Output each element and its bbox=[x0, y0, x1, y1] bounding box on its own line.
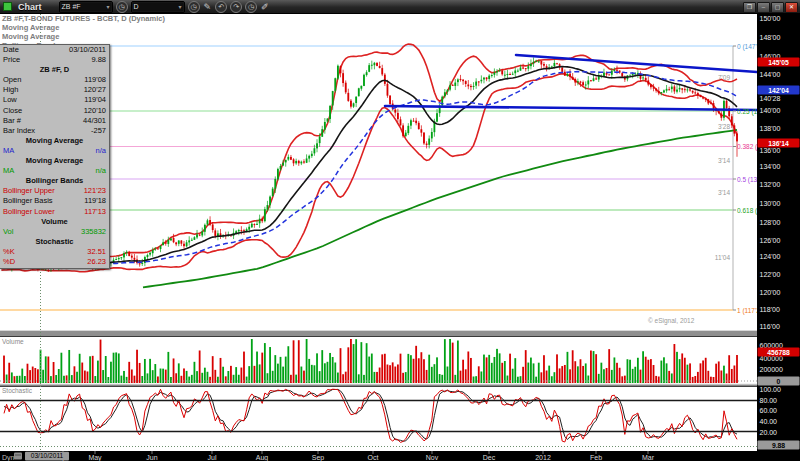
svg-text:136'14: 136'14 bbox=[768, 140, 789, 147]
axis-tick-label: 134'00 bbox=[760, 163, 781, 170]
trendline[interactable] bbox=[516, 55, 757, 72]
panel-section-header: ZB #F, D bbox=[0, 65, 109, 75]
maximize-button[interactable]: ▢ bbox=[771, 2, 784, 13]
redo-icon[interactable]: ↷ bbox=[230, 1, 242, 13]
panel-row: MAn/a bbox=[0, 146, 109, 156]
month-label: Nov bbox=[426, 454, 439, 461]
stochastic-d-line bbox=[4, 389, 737, 441]
panel-row: MAn/a bbox=[0, 166, 109, 176]
period-clock-icon[interactable]: ◷ bbox=[188, 1, 200, 13]
svg-text:03/10/2011: 03/10/2011 bbox=[31, 452, 64, 459]
stochastic-k-line bbox=[4, 389, 737, 442]
panel-section-header: Volume bbox=[0, 217, 109, 227]
axis-tick-label: 126'00 bbox=[760, 237, 781, 244]
symbol-clock-icon[interactable]: ◷ bbox=[116, 1, 128, 13]
volume-pane[interactable] bbox=[0, 339, 757, 383]
toolbar: Chart ZB #F ▾ ◷ D ▾ ◷ ✎ ↶ ↷ ◷ ✐ ❐ – ▢ ✕ bbox=[0, 0, 800, 14]
trendline[interactable] bbox=[385, 106, 757, 110]
axis-tick-label: 40.00 bbox=[760, 418, 778, 425]
axis-tick-label: 140'28 bbox=[760, 95, 781, 102]
axis-mode-label[interactable]: Dyn bbox=[2, 454, 15, 461]
undo-icon[interactable]: ↶ bbox=[215, 1, 227, 13]
month-label: Dec bbox=[483, 454, 496, 461]
volume-pane-label: Volume bbox=[2, 338, 24, 345]
svg-text:142'04: 142'04 bbox=[768, 87, 789, 94]
panel-section-header: Stochastic bbox=[0, 237, 109, 247]
app-icon bbox=[3, 2, 12, 11]
restore-button[interactable]: ❐ bbox=[743, 2, 756, 13]
svg-text:9.88: 9.88 bbox=[772, 442, 785, 449]
fib-measure-label: 3'28 bbox=[718, 123, 730, 130]
panel-row: Open119'08 bbox=[0, 75, 109, 85]
axis-tick-label: 118'00 bbox=[760, 306, 780, 313]
close-button[interactable]: ✕ bbox=[785, 2, 798, 13]
time-axis[interactable] bbox=[0, 451, 800, 461]
copyright-watermark: © eSignal, 2012 bbox=[648, 317, 694, 324]
month-label: Mar bbox=[642, 454, 655, 461]
minimize-button[interactable]: – bbox=[757, 2, 770, 13]
calendar-icon[interactable] bbox=[14, 453, 22, 460]
axis-tick-label: 132'00 bbox=[760, 181, 781, 188]
axis-tick-label: 100.00 bbox=[760, 386, 782, 393]
panel-row: Vol335832 bbox=[0, 227, 109, 237]
axis-tick-label: 128'00 bbox=[760, 219, 781, 226]
fib-measure-label: 3'14 bbox=[718, 157, 730, 164]
symbol-combo[interactable]: ZB #F ▾ bbox=[59, 1, 113, 13]
panel-row: High120'27 bbox=[0, 85, 109, 95]
chevron-down-icon: ▾ bbox=[107, 3, 110, 10]
panel-row: Bollinger Upper121'23 bbox=[0, 186, 109, 196]
month-label: May bbox=[88, 454, 102, 461]
fib-measure-label: 3'14 bbox=[718, 189, 730, 196]
axis-tick-label: 60.00 bbox=[760, 407, 778, 414]
panel-row: Low119'04 bbox=[0, 95, 109, 105]
bollinger-lower-line bbox=[1, 74, 737, 272]
axis-tick-label: 148'00 bbox=[760, 34, 781, 41]
blue-dashed-ma-line bbox=[1, 72, 737, 268]
long-ma-line bbox=[143, 130, 737, 288]
window-title: Chart bbox=[18, 2, 42, 12]
stochastic-pane-label: Stochastic bbox=[2, 387, 32, 394]
axis-tick-label: 140'00 bbox=[760, 107, 781, 114]
stochastic-pane[interactable] bbox=[0, 389, 757, 442]
panel-section-header: Moving Average bbox=[0, 136, 109, 146]
axis-tick-label: 124'00 bbox=[760, 253, 781, 260]
clock-icon[interactable]: ◷ bbox=[245, 1, 257, 13]
main-price-pane[interactable]: 0 (147'01)0.25 (139'24)0.382 (135'28)0.5… bbox=[0, 43, 779, 315]
axis-tick-label: 120'00 bbox=[760, 289, 781, 296]
month-label: Feb bbox=[590, 454, 602, 461]
axis-tick-label: 80.00 bbox=[760, 397, 778, 404]
chart-canvas[interactable]: 0 (147'01)0.25 (139'24)0.382 (135'28)0.5… bbox=[0, 0, 800, 461]
axis-tick-label: 130'00 bbox=[760, 200, 781, 207]
month-label: Jul bbox=[208, 454, 217, 461]
candlestick-series bbox=[3, 57, 738, 272]
panel-row: Price9.88 bbox=[0, 55, 109, 65]
panel-row: Date03/10/2011 bbox=[0, 45, 109, 55]
window-controls: ❐ – ▢ ✕ bbox=[743, 2, 798, 13]
month-label: Oct bbox=[368, 454, 379, 461]
axis-tick-label: 122'00 bbox=[760, 271, 781, 278]
svg-text:0: 0 bbox=[777, 378, 781, 385]
pane-divider[interactable] bbox=[0, 330, 757, 337]
panel-row: Bar Index-257 bbox=[0, 126, 109, 136]
panel-section-header: Bollinger Bands bbox=[0, 176, 109, 186]
axis-tick-label: 138'00 bbox=[760, 125, 781, 132]
panel-row: Bollinger Lower117'13 bbox=[0, 207, 109, 217]
axis-tick-label: 116'00 bbox=[760, 323, 780, 330]
panel-row: %K32.51 bbox=[0, 247, 109, 257]
fib-measure-label: 11'04 bbox=[715, 254, 731, 261]
axis-tick-label: 200000 bbox=[760, 366, 783, 373]
panel-row: Bollinger Basis119'18 bbox=[0, 196, 109, 206]
panel-row: %D26.23 bbox=[0, 257, 109, 267]
pencil-icon[interactable]: ✎ bbox=[204, 2, 212, 12]
panel-row: Close120'10 bbox=[0, 106, 109, 116]
period-combo[interactable]: D ▾ bbox=[131, 1, 185, 13]
panel-row: Bar #44/301 bbox=[0, 116, 109, 126]
marker-icon[interactable]: ✐ bbox=[261, 2, 269, 12]
data-window-panel[interactable]: Date03/10/2011Price9.88ZB #F, DOpen119'0… bbox=[0, 44, 110, 269]
month-label: Aug bbox=[256, 454, 269, 461]
month-label: Jun bbox=[146, 454, 157, 461]
month-label: Sep bbox=[312, 454, 325, 461]
chevron-down-icon: ▾ bbox=[179, 3, 182, 10]
svg-text:145'05: 145'05 bbox=[768, 59, 789, 66]
bollinger-basis-line bbox=[1, 67, 737, 267]
